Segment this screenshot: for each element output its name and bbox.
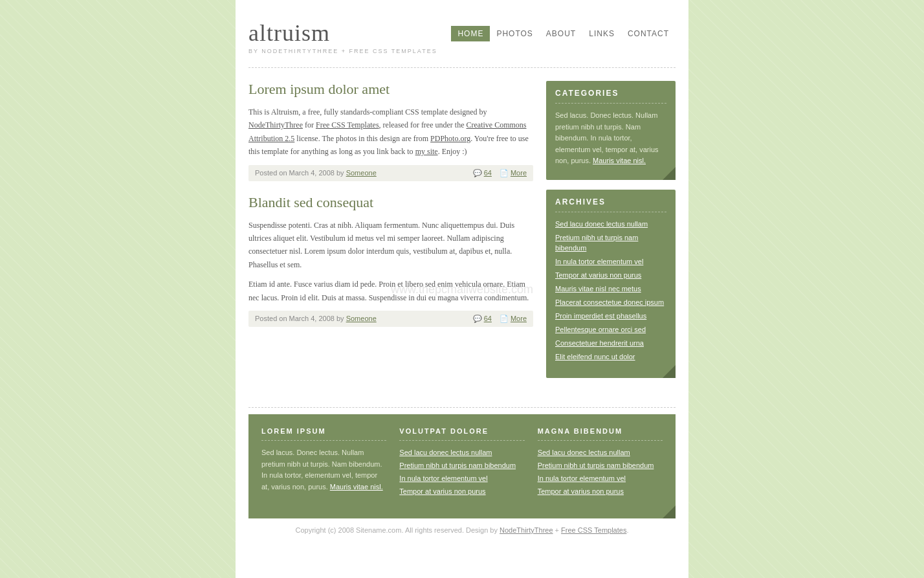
archive-link-5[interactable]: Mauris vitae nisl nec metus bbox=[555, 285, 641, 293]
footer-col-2-list: Sed lacu donec lectus nullam Pretium nib… bbox=[399, 447, 524, 496]
list-item: Elit eleifend nunc ut dolor bbox=[555, 351, 666, 362]
header: altruism BY NODETHIRTYTHREE + FREE CSS T… bbox=[236, 0, 688, 61]
post-2-more-link[interactable]: More bbox=[511, 315, 527, 322]
archive-link-1[interactable]: Sed lacu donec lectus nullam bbox=[555, 220, 648, 228]
archive-link-8[interactable]: Pellentesque ornare orci sed bbox=[555, 326, 646, 333]
list-item: Tempor at varius non purus bbox=[399, 486, 524, 496]
nav-about[interactable]: ABOUT bbox=[540, 26, 582, 41]
archives-box: ARCHIVES Sed lacu donec lectus nullam Pr… bbox=[546, 190, 676, 378]
post-2-more: 📄 More bbox=[500, 315, 527, 323]
archives-heading: ARCHIVES bbox=[555, 197, 666, 206]
footer-link-freecss[interactable]: Free CSS Templates bbox=[561, 526, 626, 534]
list-item: Pellentesque ornare orci sed bbox=[555, 324, 666, 335]
list-item: Consectetuer hendrerit urna bbox=[555, 338, 666, 348]
header-divider bbox=[248, 67, 676, 68]
post-2-actions: 💬 64 📄 More bbox=[473, 315, 527, 323]
list-item: In nula tortor elementum vel bbox=[555, 256, 666, 267]
footer-col-3-link-4[interactable]: Tempor at varius non purus bbox=[538, 487, 624, 495]
footer-col-2-link-4[interactable]: Tempor at varius non purus bbox=[399, 487, 485, 495]
footer-divider bbox=[248, 407, 676, 408]
sidebar: CATEGORIES Sed lacus. Donec lectus. Null… bbox=[546, 81, 676, 388]
archive-link-9[interactable]: Consectetuer hendrerit urna bbox=[555, 339, 644, 347]
post-2-body1: Suspendisse potenti. Cras at nibh. Aliqu… bbox=[248, 219, 533, 272]
link-nodethirtythree[interactable]: NodeThirtyThree bbox=[248, 120, 303, 129]
list-item: Sed lacu donec lectus nullam bbox=[399, 447, 524, 458]
list-item: Placerat consectetue donec ipsum bbox=[555, 297, 666, 307]
post-1-comments: 💬 64 bbox=[473, 169, 492, 177]
bottom-footer: Copyright (c) 2008 Sitename.com. All rig… bbox=[236, 518, 688, 542]
footer-col-1-text: Sed lacus. Donec lectus. Nullam pretium … bbox=[261, 447, 386, 493]
list-item: Sed lacu donec lectus nullam bbox=[555, 219, 666, 229]
link-mysite[interactable]: my site bbox=[415, 147, 438, 156]
archive-link-2[interactable]: Pretium nibh ut turpis nam bibendum bbox=[555, 234, 638, 252]
footer-col-2-link-1[interactable]: Sed lacu donec lectus nullam bbox=[399, 449, 492, 456]
list-item: Pretium nibh ut turpis nam bibendum bbox=[555, 232, 666, 253]
footer-col-2-link-3[interactable]: In nula tortor elementum vel bbox=[399, 474, 487, 482]
content-area: Lorem ipsum dolor amet This is Altruism,… bbox=[236, 74, 688, 401]
footer-col-3-link-1[interactable]: Sed lacu donec lectus nullam bbox=[538, 449, 630, 456]
archives-divider bbox=[555, 212, 666, 212]
list-item: Tempor at varius non purus bbox=[538, 486, 663, 496]
list-item: In nula tortor elementum vel bbox=[399, 473, 524, 484]
site-title: altruism BY NODETHIRTYTHREE + FREE CSS T… bbox=[248, 19, 437, 54]
archive-link-10[interactable]: Elit eleifend nunc ut dolor bbox=[555, 353, 635, 361]
post-1-more-link[interactable]: More bbox=[511, 169, 527, 177]
footer-col-2-divider bbox=[399, 440, 524, 441]
archive-link-7[interactable]: Proin imperdiet est phasellus bbox=[555, 312, 646, 320]
categories-text: Sed lacus. Donec lectus. Nullam pretium … bbox=[555, 110, 666, 167]
footer-col-3-link-2[interactable]: Pretium nibh ut turpis nam bibendum bbox=[538, 461, 654, 469]
site-name: altruism bbox=[248, 19, 437, 47]
categories-box: CATEGORIES Sed lacus. Donec lectus. Null… bbox=[546, 81, 676, 180]
archive-link-6[interactable]: Placerat consectetue donec ipsum bbox=[555, 298, 664, 306]
footer-col-2: VOLUTPAT DOLORE Sed lacu donec lectus nu… bbox=[399, 427, 524, 499]
nav-photos[interactable]: PHOTOS bbox=[490, 26, 539, 41]
list-item: Mauris vitae nisl nec metus bbox=[555, 283, 666, 294]
nav-home[interactable]: HOME bbox=[451, 26, 490, 41]
archive-link-3[interactable]: In nula tortor elementum vel bbox=[555, 258, 643, 265]
footer-col-1: LOREM IPSUM Sed lacus. Donec lectus. Nul… bbox=[261, 427, 386, 499]
footer-col-3-link-3[interactable]: In nula tortor elementum vel bbox=[538, 474, 626, 482]
post-1-comments-link[interactable]: 64 bbox=[484, 169, 492, 177]
post-1-title: Lorem ipsum dolor amet bbox=[248, 81, 533, 98]
post-1: Lorem ipsum dolor amet This is Altruism,… bbox=[248, 81, 533, 181]
list-item: Tempor at varius non purus bbox=[555, 270, 666, 280]
post-1-actions: 💬 64 📄 More bbox=[473, 169, 527, 177]
post-1-footer: Posted on March 4, 2008 by Someone 💬 64 … bbox=[248, 165, 533, 181]
post-2-meta: Posted on March 4, 2008 by Someone bbox=[255, 315, 377, 322]
footer-col-1-link[interactable]: Mauris vitae nisl. bbox=[330, 483, 383, 491]
link-freecss[interactable]: Free CSS Templates bbox=[316, 120, 379, 129]
post-2-author[interactable]: Someone bbox=[346, 315, 377, 322]
main-content: Lorem ipsum dolor amet This is Altruism,… bbox=[248, 81, 533, 388]
post-2-comments-link[interactable]: 64 bbox=[484, 315, 492, 322]
post-1-meta: Posted on March 4, 2008 by Someone bbox=[255, 169, 377, 177]
footer-col-3-heading: MAGNA BIBENDUM bbox=[538, 427, 663, 435]
footer-link-n33[interactable]: NodeThirtyThree bbox=[500, 526, 553, 534]
post-1-author[interactable]: Someone bbox=[346, 169, 377, 177]
categories-divider bbox=[555, 103, 666, 104]
footer-col-3-divider bbox=[538, 440, 663, 441]
footer-col-2-link-2[interactable]: Pretium nibh ut turpis nam bibendum bbox=[399, 461, 516, 469]
list-item: Sed lacu donec lectus nullam bbox=[538, 447, 663, 458]
post-2-body2: Etiam id ante. Fusce varius diam id pede… bbox=[248, 278, 533, 304]
link-pdphoto[interactable]: PDPhoto.org bbox=[430, 134, 470, 143]
footer-col-1-heading: LOREM IPSUM bbox=[261, 427, 386, 435]
post-2-comments: 💬 64 bbox=[473, 315, 492, 323]
nav-links[interactable]: LINKS bbox=[582, 26, 621, 41]
footer-content: LOREM IPSUM Sed lacus. Donec lectus. Nul… bbox=[248, 414, 676, 518]
archives-list: Sed lacu donec lectus nullam Pretium nib… bbox=[555, 219, 666, 362]
copyright-text: Copyright (c) 2008 Sitename.com. All rig… bbox=[296, 526, 629, 534]
list-item: Pretium nibh ut turpis nam bibendum bbox=[399, 460, 524, 471]
categories-link[interactable]: Mauris vitae nisl. bbox=[593, 157, 646, 164]
list-item: Proin imperdiet est phasellus bbox=[555, 311, 666, 321]
list-item: Pretium nibh ut turpis nam bibendum bbox=[538, 460, 663, 471]
archive-link-4[interactable]: Tempor at varius non purus bbox=[555, 271, 641, 279]
post-2-title: Blandit sed consequat bbox=[248, 194, 533, 211]
list-item: In nula tortor elementum vel bbox=[538, 473, 663, 484]
site-subtitle: BY NODETHIRTYTHREE + FREE CSS TEMPLATES bbox=[248, 48, 437, 54]
post-1-more: 📄 More bbox=[500, 169, 527, 177]
nav-contact[interactable]: CONTACT bbox=[621, 26, 676, 41]
footer-col-3: MAGNA BIBENDUM Sed lacu donec lectus nul… bbox=[538, 427, 663, 499]
post-2-footer: Posted on March 4, 2008 by Someone 💬 64 … bbox=[248, 311, 533, 327]
main-nav: HOME PHOTOS ABOUT LINKS CONTACT bbox=[451, 26, 676, 41]
post-1-body: This is Altruism, a free, fully standard… bbox=[248, 106, 533, 159]
